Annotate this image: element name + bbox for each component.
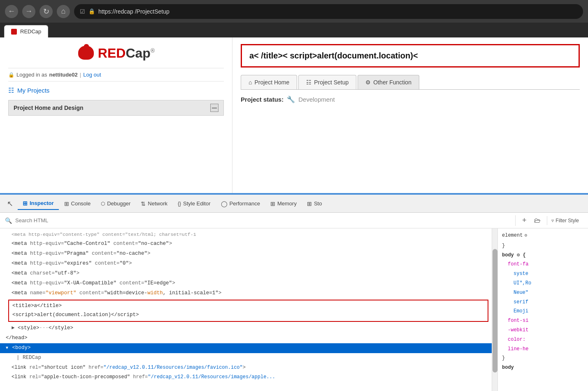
separator: |	[80, 72, 81, 78]
xss-title-line: <title>a</title>	[12, 302, 484, 311]
settings-icon: ⚙	[524, 231, 527, 240]
back-button[interactable]: ←	[5, 5, 18, 18]
url-text: https://redcap /ProjectSetup	[98, 8, 170, 15]
style-body-selector2: body	[502, 363, 584, 372]
performance-icon: ◯	[221, 200, 228, 207]
filter-style-label: Filter Style	[555, 218, 579, 223]
search-actions: + 🗁 ▿ Filter Style	[515, 215, 583, 226]
style-font-family-val2: UI",Ro	[502, 279, 584, 288]
html-line: <meta http-equiv="content-type" content=…	[0, 230, 492, 239]
other-functions-tab-label: Other Function	[373, 79, 411, 86]
tab-style-editor[interactable]: {} Style Editor	[173, 198, 216, 209]
filter-style-button[interactable]: ▿ Filter Style	[547, 216, 583, 225]
xss-banner: a< /title>< script>alert(document.locati…	[241, 44, 580, 67]
storage-icon: ⊞	[307, 200, 312, 207]
style-font-family-val5: Emoji	[502, 307, 584, 316]
list-icon: ☷	[8, 86, 14, 94]
tab-debugger[interactable]: ⬡ Debugger	[96, 198, 135, 209]
sidebar: REDCap® 🔒 Logged in as nettitude02 | Log…	[0, 37, 232, 193]
project-status-label: Project status:	[241, 96, 284, 103]
tab-project-home[interactable]: ⌂ Project Home	[241, 75, 297, 89]
style-webkit-prop: -webkit	[502, 326, 584, 335]
eyedropper-button[interactable]: 🗁	[532, 215, 543, 226]
tab-memory[interactable]: ⊞ Memory	[265, 198, 302, 209]
username: nettitude02	[49, 72, 77, 78]
page-content: REDCap® 🔒 Logged in as nettitude02 | Log…	[0, 37, 588, 194]
devtools: ↖ ⊞ Inspector ⊞ Console ⬡ Debugger ⇅ Net…	[0, 194, 588, 391]
logout-link[interactable]: Log out	[83, 72, 101, 78]
html-line: <link rel="shortcut icon" href="/redcap_…	[0, 363, 492, 372]
style-color-prop: color:	[502, 335, 584, 344]
my-projects-link[interactable]: ☷ My Projects	[8, 86, 224, 94]
list-tab-icon: ☷	[306, 79, 311, 86]
project-status-bar: Project status: 🔧 Development	[241, 90, 580, 103]
inspector-label: Inspector	[30, 200, 54, 206]
shield-icon: ☑	[80, 8, 85, 15]
console-icon: ⊞	[64, 200, 69, 207]
reload-button[interactable]: ↻	[40, 5, 53, 18]
style-panel: element ⚙ } body ⚙ { font-fa syste UI",R…	[497, 228, 588, 391]
tab-network[interactable]: ⇅ Network	[136, 198, 172, 209]
browser-tab-redcap[interactable]: REDCap	[4, 25, 48, 37]
tab-storage[interactable]: ⊞ Sto	[302, 198, 327, 209]
browser-chrome: ← → ↻ ⌂ ☑ 🔒 https://redcap /ProjectSetup	[0, 0, 588, 23]
filter-icon: ▿	[551, 218, 554, 223]
collapse-arrow: ▼	[6, 346, 8, 350]
project-home-header: Project Home and Design —	[8, 100, 224, 116]
address-bar[interactable]: ☑ 🔒 https://redcap /ProjectSetup	[74, 4, 583, 19]
logo-reg: ®	[151, 47, 155, 54]
html-panel[interactable]: <meta http-equiv="content-type" content=…	[0, 228, 492, 391]
style-font-family-prop: font-fa	[502, 260, 584, 269]
performance-label: Performance	[230, 200, 260, 207]
html-line: | REDCap	[0, 353, 492, 363]
memory-icon: ⊞	[270, 200, 275, 207]
style-font-size-prop: font-si	[502, 316, 584, 326]
html-line: <link rel="apple-touch-icon-precomposed"…	[0, 372, 492, 382]
project-setup-tab-label: Project Setup	[314, 79, 349, 86]
lock-icon: 🔒	[88, 8, 95, 14]
html-line-body[interactable]: ▼ <body>	[0, 343, 492, 353]
devtools-cursor-button[interactable]: ↖	[2, 196, 17, 211]
my-projects-label: My Projects	[17, 87, 49, 94]
html-line: <meta http-equiv="X-UA-Compatible" conte…	[0, 279, 492, 289]
add-node-button[interactable]: +	[519, 215, 530, 226]
style-line-height-prop: line-he	[502, 344, 584, 354]
gear-tab-icon: ⚙	[365, 79, 371, 86]
html-line: <meta name="viewport" content="width=dev…	[0, 289, 492, 298]
logo-text: REDCap®	[98, 46, 155, 61]
devtools-main: <meta http-equiv="content-type" content=…	[0, 228, 588, 391]
minimize-button[interactable]: —	[210, 104, 218, 112]
tab-performance[interactable]: ◯ Performance	[216, 198, 265, 209]
style-font-family-val4: serif	[502, 298, 584, 307]
tab-console[interactable]: ⊞ Console	[59, 198, 96, 209]
scrollbar-thumb[interactable]	[493, 249, 497, 372]
redcap-logo: REDCap®	[77, 44, 155, 62]
network-label: Network	[148, 200, 167, 207]
scrollbar-track[interactable]	[492, 228, 497, 391]
style-font-family-val3: Neue"	[502, 288, 584, 298]
tab-inspector[interactable]: ⊞ Inspector	[18, 198, 59, 210]
home-button[interactable]: ⌂	[57, 5, 70, 18]
xss-code-block: <title>a</title> <script>alert(document.…	[8, 300, 488, 322]
xss-script-line: <script>alert(document.location)</script…	[12, 311, 484, 320]
project-home-tab-label: Project Home	[254, 79, 289, 86]
section-title: Project Home and Design	[14, 105, 84, 111]
logo-bird	[77, 44, 95, 62]
html-line: ► <style>···</style>	[0, 324, 492, 333]
storage-label: Sto	[314, 200, 322, 207]
style-editor-icon: {}	[178, 201, 181, 207]
devtools-toolbar: ↖ ⊞ Inspector ⊞ Console ⬡ Debugger ⇅ Net…	[0, 195, 588, 213]
home-tab-icon: ⌂	[249, 79, 252, 86]
tab-other-functions[interactable]: ⚙ Other Function	[358, 75, 419, 89]
element-label: element	[502, 231, 523, 240]
debugger-icon: ⬡	[101, 201, 105, 207]
wrench-icon: 🔧	[287, 95, 295, 103]
tab-project-setup[interactable]: ☷ Project Setup	[298, 75, 356, 89]
forward-button[interactable]: →	[22, 5, 35, 18]
network-icon: ⇅	[141, 200, 146, 207]
project-tabs: ⌂ Project Home ☷ Project Setup ⚙ Other F…	[241, 75, 580, 90]
html-line: <meta http-equiv="expires" content="0">	[0, 259, 492, 269]
search-input[interactable]	[15, 217, 512, 223]
project-status-value: Development	[298, 96, 335, 103]
html-line: <meta http-equiv="Pragma" content="no-ca…	[0, 249, 492, 259]
